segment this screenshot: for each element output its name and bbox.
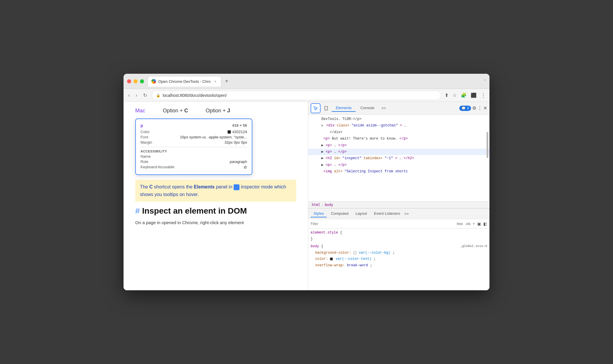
dom-line: ▶ <h2 id= "inspect" tabindex= "-1" > … <…	[308, 155, 489, 162]
tooltip-margin-value: 32px 0px 0px	[225, 140, 247, 145]
dom-line: ▶ <p> … </p>	[308, 142, 489, 149]
more-styles-tabs[interactable]: >>	[404, 212, 409, 216]
cls-button[interactable]: .cls	[465, 222, 470, 226]
shortcut-c: Option + C	[163, 108, 188, 114]
device-icon	[324, 106, 328, 111]
device-toolbar-button[interactable]	[322, 104, 331, 113]
tab-chevron-icon[interactable]: ˅	[484, 79, 486, 84]
styles-filter-row: :hov .cls + ▣ ◧	[308, 219, 489, 229]
close-devtools-button[interactable]: ✕	[483, 105, 487, 111]
share-icon[interactable]: ⬆	[445, 92, 448, 98]
tab-bar: Open Chrome DevTools - Chro × +	[148, 76, 484, 87]
console-tab[interactable]: Console	[356, 104, 379, 112]
new-tab-button[interactable]: +	[222, 78, 231, 85]
heading-text: Inspect an element in DOM	[142, 206, 247, 216]
tooltip-font-value: 16px system-ui, -apple-system, "syste...	[180, 135, 247, 139]
add-style-button[interactable]: +	[473, 222, 475, 226]
styles-filter-input[interactable]	[311, 222, 454, 226]
tooltip-divider	[141, 147, 247, 147]
forward-button[interactable]: ›	[134, 92, 138, 99]
shortcut-j: Option + J	[206, 108, 230, 114]
svg-point-1	[326, 109, 326, 109]
computed-tab[interactable]: Computed	[328, 210, 351, 217]
tooltip-size: 418 × 56	[232, 123, 247, 128]
inspect-mode-button[interactable]	[311, 103, 321, 113]
dom-line-selected[interactable]: ▶ <p> … </p>	[308, 149, 489, 155]
layout-icon[interactable]: ▣	[477, 222, 481, 226]
chat-icon: 💬	[461, 106, 466, 110]
extension-icon[interactable]: 🧩	[461, 92, 467, 98]
toolbar-icons: ⬆ ☆ 🧩 ⬛ ⋮	[445, 92, 486, 99]
tooltip-accessibility-label: ACCESSIBILITY	[141, 150, 247, 153]
tab-close-button[interactable]: ×	[213, 79, 218, 84]
breadcrumb-body[interactable]: body	[325, 203, 333, 207]
dom-tree[interactable]: DevTools. TLDR:</p> ▶ <div class= "aside…	[308, 115, 489, 201]
event-listeners-tab[interactable]: Event Listeners	[371, 210, 403, 217]
devtools-toolbar: Elements Console >> 💬 9 ⚙ ⋮ ✕	[308, 102, 489, 115]
css-body-selector-line: body { _global.scss:6	[311, 243, 487, 250]
inspect-cursor-icon	[313, 106, 318, 111]
traffic-lights	[127, 79, 144, 83]
breadcrumb-separator: ›	[321, 203, 323, 207]
settings-icon[interactable]: ⚙	[472, 105, 476, 111]
tooltip-role-label: Role	[141, 159, 148, 164]
shortcut-row: Mac Option + C Option + J	[135, 108, 296, 114]
styles-filter-buttons: :hov .cls + ▣ ◧	[456, 222, 487, 226]
tooltip-color-label: Color	[141, 130, 150, 134]
elements-tab[interactable]: Elements	[332, 104, 356, 112]
css-overflow-prop: overflow-wrap: break-word ;	[311, 262, 487, 269]
styles-tabs: Styles Computed Layout Event Listeners >…	[308, 209, 489, 219]
close-button[interactable]	[127, 79, 131, 83]
console-badge[interactable]: 💬 9	[459, 106, 471, 111]
computed-layout-icon[interactable]: ◧	[483, 222, 487, 226]
page-content: Mac Option + C Option + J p 418 × 56 Col…	[124, 102, 308, 290]
hov-button[interactable]: :hov	[456, 222, 463, 226]
refresh-button[interactable]: ↻	[142, 91, 148, 99]
breadcrumb-html[interactable]: html	[312, 203, 320, 207]
scrollbar-thumb[interactable]	[487, 132, 488, 158]
devtools-tabs: Elements Console >>	[332, 104, 458, 112]
tooltip-name-row: Name	[141, 154, 247, 159]
title-bar: Open Chrome DevTools - Chro × + ˅	[124, 74, 489, 89]
layout-tab[interactable]: Layout	[352, 210, 370, 217]
inspector-mode-icon	[234, 184, 239, 190]
styles-tab[interactable]: Styles	[311, 210, 327, 217]
tooltip-tag: p	[141, 123, 143, 128]
element-style-rule: element.style { }	[311, 230, 487, 242]
tooltip-color-value: #202124	[227, 130, 247, 134]
devtools-panel: Elements Console >> 💬 9 ⚙ ⋮ ✕ DevTools. …	[308, 102, 489, 290]
tooltip-margin-label: Margin	[141, 140, 152, 145]
active-tab[interactable]: Open Chrome DevTools - Chro ×	[148, 76, 221, 87]
maximize-button[interactable]	[140, 79, 144, 83]
more-tabs-button[interactable]: >>	[379, 105, 388, 111]
css-close-brace: }	[311, 236, 487, 243]
tooltip-keyboard-value: ⊘	[244, 165, 247, 169]
tooltip-role-value: paragraph	[230, 159, 247, 164]
dom-line: <img alt= "Selecting Inspect from shortc	[308, 168, 489, 175]
dom-breadcrumb: html › body	[308, 201, 489, 208]
tooltip-role-row: Role paragraph	[141, 159, 247, 164]
minimize-button[interactable]	[133, 79, 138, 83]
lock-icon: 🔒	[156, 93, 160, 97]
tooltip-margin-row: Margin 32px 0px 0px	[141, 140, 247, 145]
platform-label: Mac	[135, 108, 145, 114]
css-selector-line: element.style {	[311, 230, 487, 236]
body-paragraph: On a page in opened in Chrome, right-cli…	[135, 219, 296, 226]
address-bar: ‹ › ↻ 🔒 localhost:8080/docs/devtools/ope…	[124, 89, 489, 102]
dom-line: DevTools. TLDR:</p>	[308, 116, 489, 122]
main-content: Mac Option + C Option + J p 418 × 56 Col…	[124, 102, 489, 290]
badge-count: 9	[467, 106, 469, 110]
color-swatch	[330, 257, 333, 260]
menu-icon[interactable]: ⋮	[481, 92, 486, 99]
bookmark-icon[interactable]: ☆	[453, 92, 457, 98]
more-options-icon[interactable]: ⋮	[477, 105, 482, 111]
heading-hash: #	[135, 206, 140, 216]
profile-icon[interactable]: ⬛	[471, 92, 477, 98]
tooltip-color-row: Color #202124	[141, 130, 247, 134]
url-bar[interactable]: 🔒 localhost:8080/docs/devtools/open/	[152, 91, 441, 100]
browser-window: Open Chrome DevTools - Chro × + ˅ ‹ › ↻ …	[124, 74, 489, 290]
back-button[interactable]: ‹	[127, 92, 131, 99]
dom-heading: # Inspect an element in DOM	[135, 206, 296, 216]
css-color-prop: color: var(--color-text) ;	[311, 256, 487, 262]
bg-color-swatch	[353, 251, 356, 254]
